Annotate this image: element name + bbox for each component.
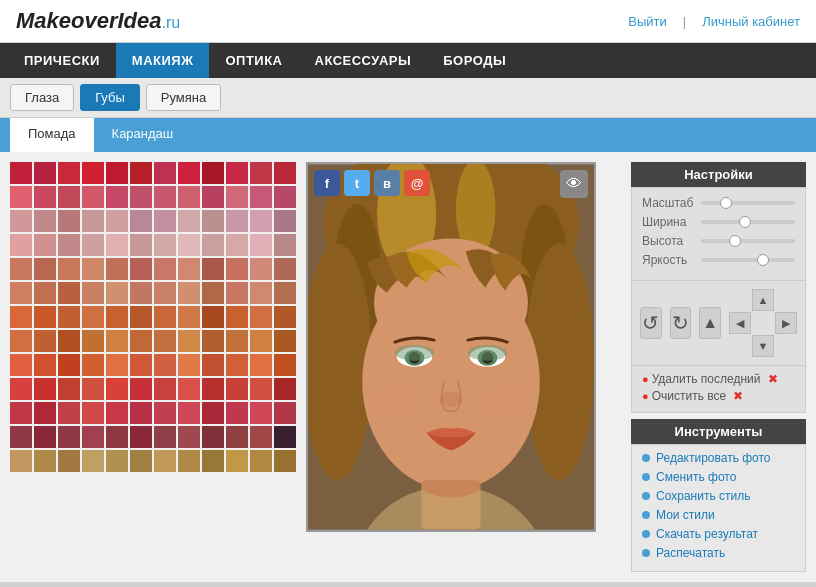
color-cell-140[interactable]	[202, 426, 224, 448]
color-cell-31[interactable]	[178, 210, 200, 232]
color-cell-30[interactable]	[154, 210, 176, 232]
height-slider[interactable]	[701, 239, 795, 243]
color-cell-46[interactable]	[250, 234, 272, 256]
color-cell-104[interactable]	[202, 354, 224, 376]
color-cell-103[interactable]	[178, 354, 200, 376]
color-cell-78[interactable]	[154, 306, 176, 328]
color-cell-92[interactable]	[202, 330, 224, 352]
nav-item-makeup[interactable]: МАКИЯЖ	[116, 43, 210, 78]
color-cell-135[interactable]	[82, 426, 104, 448]
twitter-icon[interactable]: t	[344, 170, 370, 196]
color-cell-32[interactable]	[202, 210, 224, 232]
color-cell-126[interactable]	[154, 402, 176, 424]
color-cell-14[interactable]	[58, 186, 80, 208]
color-cell-55[interactable]	[178, 258, 200, 280]
color-cell-141[interactable]	[226, 426, 248, 448]
tool-link-скачать-результат[interactable]: Скачать результат	[642, 527, 795, 541]
color-cell-88[interactable]	[106, 330, 128, 352]
color-cell-81[interactable]	[226, 306, 248, 328]
facebook-icon[interactable]: f	[314, 170, 340, 196]
color-cell-18[interactable]	[154, 186, 176, 208]
color-cell-4[interactable]	[106, 162, 128, 184]
color-cell-11[interactable]	[274, 162, 296, 184]
color-cell-90[interactable]	[154, 330, 176, 352]
color-cell-64[interactable]	[106, 282, 128, 304]
color-cell-82[interactable]	[250, 306, 272, 328]
eye-toggle-button[interactable]: 👁	[560, 170, 588, 198]
color-cell-52[interactable]	[106, 258, 128, 280]
sub-nav-btn-eyes[interactable]: Глаза	[10, 84, 74, 111]
color-cell-41[interactable]	[130, 234, 152, 256]
color-cell-144[interactable]	[10, 450, 32, 472]
color-cell-3[interactable]	[82, 162, 104, 184]
color-cell-117[interactable]	[226, 378, 248, 400]
color-cell-143[interactable]	[274, 426, 296, 448]
delete-last-link[interactable]: ●Удалить последний ✖	[642, 372, 795, 386]
color-cell-106[interactable]	[250, 354, 272, 376]
color-cell-59[interactable]	[274, 258, 296, 280]
color-cell-24[interactable]	[10, 210, 32, 232]
color-cell-51[interactable]	[82, 258, 104, 280]
color-cell-110[interactable]	[58, 378, 80, 400]
color-cell-69[interactable]	[226, 282, 248, 304]
color-cell-7[interactable]	[178, 162, 200, 184]
color-cell-118[interactable]	[250, 378, 272, 400]
color-cell-45[interactable]	[226, 234, 248, 256]
color-cell-36[interactable]	[10, 234, 32, 256]
mail-icon[interactable]: @	[404, 170, 430, 196]
color-cell-13[interactable]	[34, 186, 56, 208]
color-cell-65[interactable]	[130, 282, 152, 304]
color-cell-139[interactable]	[178, 426, 200, 448]
color-cell-155[interactable]	[274, 450, 296, 472]
sub-nav-btn-lips[interactable]: Губы	[80, 84, 140, 111]
color-cell-15[interactable]	[82, 186, 104, 208]
arrow-up-button[interactable]: ▲	[752, 289, 774, 311]
color-cell-128[interactable]	[202, 402, 224, 424]
color-cell-116[interactable]	[202, 378, 224, 400]
color-cell-98[interactable]	[58, 354, 80, 376]
color-cell-146[interactable]	[58, 450, 80, 472]
color-cell-95[interactable]	[274, 330, 296, 352]
color-cell-87[interactable]	[82, 330, 104, 352]
color-cell-21[interactable]	[226, 186, 248, 208]
color-cell-35[interactable]	[274, 210, 296, 232]
color-cell-60[interactable]	[10, 282, 32, 304]
tool-link-мои-стили[interactable]: Мои стили	[642, 508, 795, 522]
sub-nav-btn-blush[interactable]: Румяна	[146, 84, 221, 111]
color-cell-1[interactable]	[34, 162, 56, 184]
color-cell-96[interactable]	[10, 354, 32, 376]
rotate-left-button[interactable]: ↺	[640, 307, 662, 339]
color-cell-61[interactable]	[34, 282, 56, 304]
color-cell-49[interactable]	[34, 258, 56, 280]
color-cell-93[interactable]	[226, 330, 248, 352]
color-cell-8[interactable]	[202, 162, 224, 184]
color-cell-151[interactable]	[178, 450, 200, 472]
color-cell-48[interactable]	[10, 258, 32, 280]
color-cell-50[interactable]	[58, 258, 80, 280]
color-cell-0[interactable]	[10, 162, 32, 184]
color-cell-33[interactable]	[226, 210, 248, 232]
color-cell-12[interactable]	[10, 186, 32, 208]
color-cell-42[interactable]	[154, 234, 176, 256]
color-cell-22[interactable]	[250, 186, 272, 208]
color-cell-28[interactable]	[106, 210, 128, 232]
color-cell-74[interactable]	[58, 306, 80, 328]
color-cell-27[interactable]	[82, 210, 104, 232]
color-cell-38[interactable]	[58, 234, 80, 256]
color-cell-25[interactable]	[34, 210, 56, 232]
color-cell-9[interactable]	[226, 162, 248, 184]
color-cell-84[interactable]	[10, 330, 32, 352]
color-cell-147[interactable]	[82, 450, 104, 472]
color-cell-133[interactable]	[34, 426, 56, 448]
color-cell-66[interactable]	[154, 282, 176, 304]
color-cell-111[interactable]	[82, 378, 104, 400]
color-cell-34[interactable]	[250, 210, 272, 232]
tool-link-распечатать[interactable]: Распечатать	[642, 546, 795, 560]
brightness-slider[interactable]	[701, 258, 795, 262]
arrow-down-button[interactable]: ▼	[752, 335, 774, 357]
color-cell-26[interactable]	[58, 210, 80, 232]
color-cell-130[interactable]	[250, 402, 272, 424]
color-cell-124[interactable]	[106, 402, 128, 424]
color-cell-127[interactable]	[178, 402, 200, 424]
color-cell-134[interactable]	[58, 426, 80, 448]
